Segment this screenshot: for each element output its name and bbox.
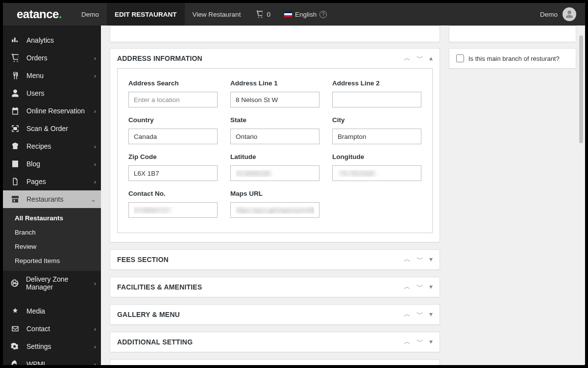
flag-icon: [284, 11, 292, 17]
country-input[interactable]: [128, 129, 218, 144]
main-branch-label: Is this main branch of resturant?: [468, 55, 560, 62]
chevron-right-icon: ›: [94, 54, 96, 62]
chevron-right-icon: ›: [94, 343, 96, 350]
topnav: Demo EDIT RESTAURANT View Restaurant 0 E…: [74, 3, 334, 26]
sidebar-subitem-reported-items[interactable]: Reported Items: [3, 254, 101, 268]
state-input[interactable]: [230, 129, 319, 144]
sidebar-subitem-review[interactable]: Review: [3, 239, 101, 254]
cart-icon: [10, 53, 21, 62]
sidebar-subitem-branch[interactable]: Branch: [3, 225, 101, 239]
sidebar-item-menu[interactable]: Menu›: [3, 67, 101, 84]
chevron-right-icon: ›: [94, 178, 96, 185]
sidebar-item-label: Recipes: [26, 142, 51, 150]
analytics-icon: [10, 36, 21, 45]
sidebar-item-recipes[interactable]: Recipes›: [3, 137, 101, 155]
latitude-input[interactable]: [230, 165, 319, 181]
panel-title: FACILITIES & AMENITIES: [117, 283, 202, 291]
store-icon: [10, 195, 21, 204]
main-branch-checkbox[interactable]: [456, 54, 464, 62]
sidebar-item-label: Settings: [26, 342, 51, 350]
calendar-icon: [10, 106, 21, 115]
sidebar: AnalyticsOrders›Menu›UsersOnline Reserva…: [3, 26, 101, 365]
label-zip: Zip Code: [128, 153, 218, 160]
nav-edit-restaurant[interactable]: EDIT RESTAURANT: [107, 3, 185, 26]
panel-time-setting: TIME SETTING ︿﹀▾: [110, 359, 440, 365]
panel-facilities-amenities: FACILITIES & AMENITIES ︿﹀▾: [110, 277, 440, 297]
sidebar-item-blog[interactable]: Blog›: [3, 155, 101, 173]
sidebar-item-restaurants[interactable]: Restaurants⌄: [3, 190, 101, 208]
sidebar-item-label: WPML: [26, 360, 47, 365]
chevron-down-icon[interactable]: ﹀: [416, 255, 423, 264]
sidebar-item-label: Menu: [26, 72, 44, 79]
address-search-input[interactable]: [128, 92, 218, 107]
sidebar-item-label: Scan & Order: [26, 125, 68, 132]
panel-title: GALLERY & MENU: [117, 311, 180, 318]
panel-title: ADDRESS INFORMATION: [117, 54, 202, 62]
chevron-down-icon[interactable]: ﹀: [416, 310, 423, 319]
caret-down-icon[interactable]: ▾: [429, 338, 433, 346]
panel-header[interactable]: GALLERY & MENU ︿﹀▾: [110, 305, 440, 324]
scrollbar[interactable]: [579, 35, 583, 355]
panel-gallery-menu: GALLERY & MENU ︿﹀▾: [110, 304, 440, 325]
avatar: [563, 7, 576, 21]
sidebar-item-label: Restaurants: [26, 195, 63, 203]
nav-view-restaurant[interactable]: View Restaurant: [185, 3, 249, 26]
caret-down-icon[interactable]: ▾: [429, 283, 433, 291]
sidebar-submenu-restaurants: All RestaurantsBranchReviewReported Item…: [3, 208, 101, 271]
longitude-input[interactable]: [332, 165, 421, 181]
label-city: City: [332, 116, 421, 124]
user-area[interactable]: Demo: [540, 7, 585, 21]
main-branch-checkbox-row[interactable]: Is this main branch of resturant?: [456, 54, 569, 62]
zip-input[interactable]: [128, 165, 218, 181]
chevron-down-icon[interactable]: ﹀: [416, 54, 423, 63]
panel-header[interactable]: FEES SECTION ︿﹀▾: [110, 250, 440, 269]
chevron-down-icon[interactable]: ﹀: [416, 338, 423, 346]
recipes-icon: [10, 142, 21, 151]
nav-cart[interactable]: 0: [248, 3, 277, 26]
chevron-down-icon[interactable]: ﹀: [416, 283, 423, 291]
sidebar-item-pages[interactable]: Pages›: [3, 173, 101, 190]
sidebar-item-settings[interactable]: Settings›: [3, 338, 101, 355]
cart-count: 0: [267, 11, 270, 18]
caret-down-icon[interactable]: ▾: [429, 310, 433, 319]
sidebar-item-users[interactable]: Users: [3, 84, 101, 102]
wpml-icon: [10, 360, 21, 365]
address-line2-input[interactable]: [332, 92, 421, 107]
sidebar-item-wpml[interactable]: WPML›: [3, 355, 101, 365]
caret-up-icon[interactable]: ▴: [429, 54, 433, 63]
chevron-up-icon[interactable]: ︿: [404, 338, 411, 346]
sidebar-item-orders[interactable]: Orders›: [3, 49, 101, 67]
panel-main-branch: Is this main branch of resturant?: [449, 48, 576, 69]
sidebar-item-online-reservation[interactable]: Online Reservation›: [3, 102, 101, 120]
sidebar-item-label: Pages: [26, 178, 46, 185]
panel-header[interactable]: FACILITIES & AMENITIES ︿﹀▾: [110, 277, 440, 297]
city-input[interactable]: [332, 129, 421, 144]
nav-demo[interactable]: Demo: [74, 3, 107, 26]
sidebar-item-scan-order[interactable]: Scan & Order: [3, 120, 101, 137]
address-line1-input[interactable]: [230, 92, 319, 107]
sidebar-item-delivery-zone-manager[interactable]: Delivery Zone Manager›: [3, 271, 101, 295]
panel-header[interactable]: ADDRESS INFORMATION ︿ ﹀ ▴: [110, 49, 440, 68]
sidebar-item-media[interactable]: Media: [3, 302, 101, 320]
label-address-line2: Address Line 2: [332, 79, 421, 87]
chevron-up-icon[interactable]: ︿: [404, 255, 411, 264]
caret-down-icon[interactable]: ▾: [429, 255, 433, 264]
media-icon: [10, 307, 21, 315]
settings-icon: [10, 342, 21, 351]
menu-icon: [10, 71, 21, 80]
panel-header[interactable]: ADDITIONAL SETTING ︿﹀▾: [110, 332, 440, 352]
nav-language[interactable]: English ?: [277, 3, 334, 26]
chevron-up-icon[interactable]: ︿: [404, 54, 411, 63]
chevron-up-icon[interactable]: ︿: [404, 283, 411, 291]
sidebar-item-label: Blog: [26, 160, 40, 168]
user-name: Demo: [540, 11, 558, 18]
sidebar-item-label: Contact: [26, 325, 50, 333]
maps-url-input[interactable]: [230, 202, 319, 218]
sidebar-item-analytics[interactable]: Analytics: [3, 31, 101, 49]
contact-no-input[interactable]: [128, 202, 218, 218]
chevron-up-icon[interactable]: ︿: [404, 310, 411, 319]
sidebar-item-contact[interactable]: Contact›: [3, 320, 101, 338]
panel-header[interactable]: TIME SETTING ︿﹀▾: [110, 360, 440, 365]
sidebar-subitem-all-restaurants[interactable]: All Restaurants: [3, 211, 101, 225]
blog-icon: [10, 159, 21, 168]
